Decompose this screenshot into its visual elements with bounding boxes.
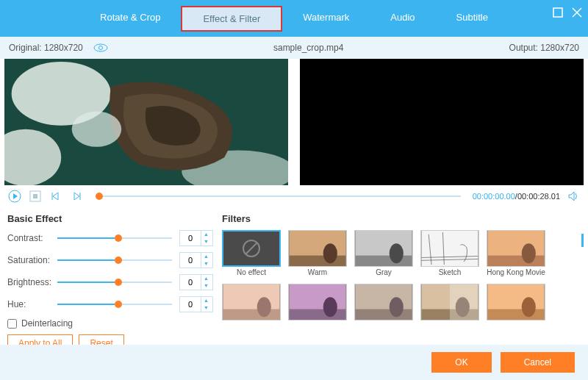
filter-label: Sketch [420,268,479,276]
next-frame-button[interactable] [69,189,84,204]
main-content: Basic Effect Contrast: ▲▼ Saturation: ▲▼… [0,207,588,355]
deinterlacing-label: Deinterlacing [21,318,73,329]
svg-line-20 [245,243,257,254]
brightness-label: Brightness: [7,277,57,287]
cancel-button[interactable]: Cancel [501,352,575,373]
svg-point-26 [390,243,404,263]
svg-marker-18 [569,192,574,201]
svg-rect-46 [450,284,478,320]
time-display: 00:00:00.00/00:00:28.01 [473,192,560,201]
down-arrow-icon[interactable]: ▼ [201,282,211,290]
basic-effect-panel: Basic Effect Contrast: ▲▼ Saturation: ▲▼… [7,213,213,352]
brightness-input[interactable] [180,278,201,287]
svg-marker-11 [13,193,18,199]
svg-point-3 [94,44,107,51]
output-resolution: Output: 1280x720 [509,43,579,53]
titlebar: Rotate & Crop Effect & Filter Watermark … [0,0,588,37]
preview-area [0,59,588,185]
brightness-spinner[interactable]: ▲▼ [179,274,213,290]
up-arrow-icon[interactable]: ▲ [201,253,211,260]
footer: OK Cancel [0,345,588,380]
original-resolution: Original: 1280x720 [9,43,83,53]
close-icon[interactable] [572,6,582,21]
tab-rotate-crop[interactable]: Rotate & Crop [79,6,181,32]
tab-audio[interactable]: Audio [370,6,435,32]
svg-point-23 [323,243,337,263]
svg-marker-14 [53,193,58,200]
volume-button[interactable] [566,189,581,204]
up-arrow-icon[interactable]: ▲ [201,275,211,282]
ok-button[interactable]: OK [431,352,491,373]
prev-frame-button[interactable] [49,189,63,204]
svg-rect-50 [488,284,545,320]
svg-point-9 [72,112,122,147]
svg-point-38 [323,297,337,317]
timeline-thumb[interactable] [96,193,103,200]
saturation-spinner[interactable]: ▲▼ [179,252,213,268]
filter-item-10[interactable] [487,284,545,320]
svg-rect-31 [488,231,545,266]
filters-title: Filters [222,213,581,224]
eye-icon[interactable] [93,43,108,52]
filters-scrollbar[interactable] [581,234,584,247]
play-button[interactable] [7,189,22,204]
filter-label: Hong Kong Movie [487,268,545,276]
saturation-slider[interactable] [57,259,172,261]
filter-warm[interactable]: Warm [288,230,347,276]
playback-controls: 00:00:00.00/00:00:28.01 [0,185,588,207]
saturation-label: Saturation: [7,255,57,265]
filter-label: No effect [222,268,281,276]
filename: sample_crop.mp4 [108,43,509,53]
svg-marker-16 [74,193,79,200]
hue-spinner[interactable]: ▲▼ [179,296,213,312]
tab-effect-filter[interactable]: Effect & Filter [181,6,282,32]
brightness-slider[interactable] [57,282,172,283]
contrast-slider[interactable] [57,237,172,239]
svg-rect-22 [290,256,346,266]
filter-grid: No effect Warm Gray Sketch Hong Kong Mov… [222,230,581,320]
preview-original [4,59,288,185]
timeline-slider[interactable] [96,196,461,197]
filter-hong-kong-movie[interactable]: Hong Kong Movie [487,230,545,276]
svg-rect-42 [356,284,412,320]
infobar: Original: 1280x720 sample_crop.mp4 Outpu… [0,37,588,59]
down-arrow-icon[interactable]: ▼ [201,260,211,268]
svg-rect-37 [290,309,346,320]
contrast-input[interactable] [180,234,201,243]
filter-item-9[interactable] [420,284,479,320]
window-controls [553,6,582,21]
contrast-label: Contrast: [7,233,57,243]
up-arrow-icon[interactable]: ▲ [201,231,211,238]
svg-point-4 [98,46,102,50]
deinterlacing-checkbox[interactable] [7,319,17,329]
hue-slider[interactable] [57,304,172,305]
hue-label: Hue: [7,299,57,309]
filter-no-effect[interactable]: No effect [222,230,281,276]
down-arrow-icon[interactable]: ▼ [201,238,211,245]
filter-item-7[interactable] [288,284,347,320]
maximize-icon[interactable] [553,6,563,21]
preview-output [300,59,584,185]
filter-label: Warm [288,268,347,276]
basic-effect-title: Basic Effect [7,213,213,224]
filters-panel: Filters No effect Warm Gray Sketch Hong … [222,213,581,352]
svg-rect-35 [223,284,280,320]
tabs: Rotate & Crop Effect & Filter Watermark … [79,6,509,32]
tab-subtitle[interactable]: Subtitle [436,6,509,32]
tab-watermark[interactable]: Watermark [282,6,370,32]
filter-gray[interactable]: Gray [354,230,413,276]
svg-rect-0 [553,8,562,17]
hue-input[interactable] [180,300,201,309]
filter-item-8[interactable] [354,284,413,320]
stop-button[interactable] [28,189,43,204]
contrast-spinner[interactable]: ▲▼ [179,230,213,246]
svg-rect-25 [356,256,412,266]
filter-item-6[interactable] [222,284,281,320]
deinterlacing-row: Deinterlacing [7,318,213,329]
saturation-input[interactable] [180,256,201,265]
down-arrow-icon[interactable]: ▼ [201,304,211,312]
svg-rect-13 [33,194,37,198]
filter-sketch[interactable]: Sketch [420,230,479,276]
up-arrow-icon[interactable]: ▲ [201,297,211,304]
filter-label: Gray [354,268,413,276]
